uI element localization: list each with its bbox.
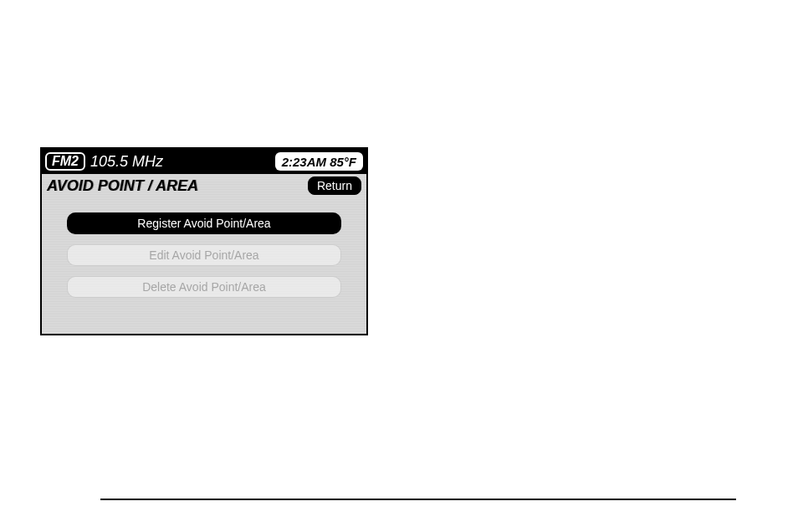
menu-register-avoid[interactable]: Register Avoid Point/Area	[67, 212, 341, 234]
navigation-screen: FM2 105.5 MHz 2:23AM 85°F AVOID POINT / …	[40, 147, 368, 335]
title-bar: AVOID POINT / AREA Return	[42, 174, 366, 197]
page-divider	[100, 499, 736, 500]
return-button-label: Return	[317, 179, 352, 192]
menu-item-label: Register Avoid Point/Area	[137, 217, 270, 230]
radio-frequency: 105.5 MHz	[90, 153, 163, 171]
menu-item-label: Delete Avoid Point/Area	[142, 280, 266, 294]
menu-edit-avoid: Edit Avoid Point/Area	[67, 244, 341, 266]
menu-item-label: Edit Avoid Point/Area	[149, 248, 258, 262]
clock-temp-box: 2:23AM 85°F	[275, 152, 363, 171]
radio-band-label: FM2	[52, 154, 79, 169]
menu-delete-avoid: Delete Avoid Point/Area	[67, 276, 341, 298]
menu-area: Register Avoid Point/Area Edit Avoid Poi…	[42, 197, 366, 334]
clock-temp-label: 2:23AM 85°F	[282, 155, 356, 169]
screen-title: AVOID POINT / AREA	[47, 177, 303, 195]
status-bar: FM2 105.5 MHz 2:23AM 85°F	[42, 149, 366, 174]
radio-band-badge: FM2	[45, 152, 85, 171]
return-button[interactable]: Return	[308, 176, 361, 195]
